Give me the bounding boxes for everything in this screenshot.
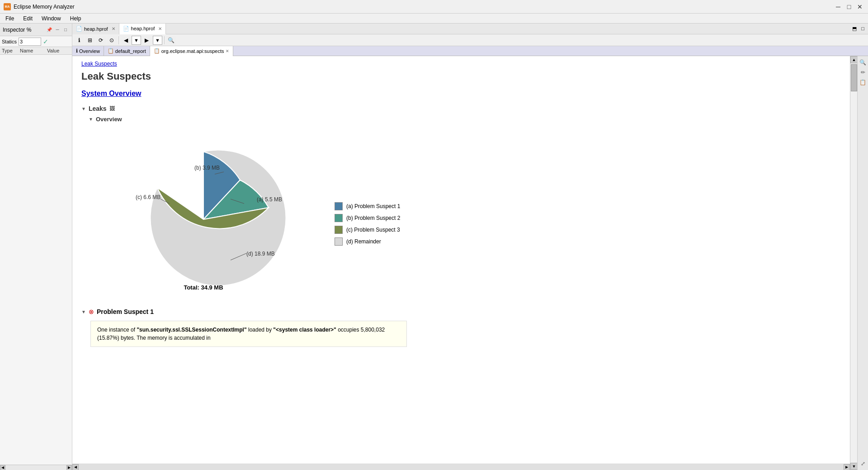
legend-color-b	[335, 214, 343, 222]
chart-label-d: (d) 18.9 MB	[246, 251, 275, 257]
right-icon-search[interactable]: 🔍	[859, 58, 868, 67]
leaks-arrow-icon: ▼	[81, 106, 86, 111]
menu-help[interactable]: Help	[66, 14, 85, 23]
chart-label-c: (c) 6.6 MB	[136, 194, 160, 200]
tab-heap1-close[interactable]: ✕	[112, 26, 115, 31]
toolbar-forward-dropdown[interactable]: ▼	[153, 36, 162, 45]
toolbar-grid-btn[interactable]: ⊞	[85, 35, 95, 45]
legend-item-c: (c) Problem Suspect 3	[335, 226, 400, 234]
inspector-maximize-icon[interactable]: □	[62, 26, 69, 33]
inspector-title: Inspector %	[3, 27, 31, 33]
menu-edit[interactable]: Edit	[19, 14, 36, 23]
content-tab-suspects[interactable]: 📋 org.eclipse.mat.api:suspects ✕	[150, 46, 233, 56]
chart-container: (a) 5.5 MB (d) 18.9 MB (b) 3.9 MB (c) 6.…	[81, 124, 841, 305]
legend-color-d	[335, 237, 343, 246]
breadcrumb[interactable]: Leak Suspects	[81, 61, 841, 67]
content-tab-suspects-label: org.eclipse.mat.api:suspects	[161, 48, 224, 54]
content-tab-suspects-close[interactable]: ✕	[226, 49, 229, 53]
scroll-down-btn[interactable]: ▼	[850, 463, 858, 470]
toolbar-circle-btn[interactable]: ⊙	[107, 35, 117, 45]
leaks-section-header[interactable]: ▼ Leaks 🖼	[81, 103, 841, 114]
scroll-right-btn[interactable]: ▶	[66, 465, 72, 470]
inspector-minimize-icon[interactable]: ─	[54, 26, 61, 33]
tab-heap1[interactable]: 📄 heap.hprof ✕	[72, 24, 119, 34]
statics-input[interactable]	[19, 38, 41, 46]
maximize-editor-icon[interactable]: □	[859, 25, 866, 33]
system-overview-link[interactable]: System Overview	[81, 90, 841, 98]
tab-heap1-label: heap.hprof	[84, 26, 108, 32]
dropdown-fwd-arrow-icon: ▼	[155, 38, 160, 43]
right-icon-edit[interactable]: ✏	[859, 68, 868, 77]
toolbar-back-btn[interactable]: ◀	[121, 35, 131, 45]
legend-label-d: (d) Remainder	[346, 238, 381, 245]
main-layout: Inspector % 📌 ─ □ Statics ✓ Type Name Va…	[0, 24, 868, 470]
scroll-track	[850, 63, 857, 463]
inspector-pin-icon[interactable]: 📌	[46, 26, 53, 33]
content-tab-default-report[interactable]: 📋 default_report	[104, 46, 150, 56]
content-inner: Leak Suspects Leak Suspects System Overv…	[72, 56, 850, 354]
legend-label-b: (b) Problem Suspect 2	[346, 215, 400, 221]
bottom-scroll-right-btn[interactable]: ▶	[844, 464, 850, 470]
problem1-desc-pre: One instance of	[97, 327, 137, 333]
toolbar-forward-btn[interactable]: ▶	[142, 35, 152, 45]
toolbar-sep2	[164, 36, 165, 44]
problem1-title: Problem Suspect 1	[97, 308, 154, 315]
right-icon-copy[interactable]: 📋	[859, 78, 868, 87]
title-bar: MA Eclipse Memory Analyzer ─ □ ✕	[0, 0, 868, 14]
content-tab-overview[interactable]: ℹ Overview	[72, 46, 104, 56]
toolbar: ℹ ⊞ ⟳ ⊙ ◀ ▼ ▶ ▼ 🔍	[72, 34, 868, 46]
overview-arrow-icon: ▼	[89, 117, 93, 122]
statics-label: Statics	[2, 39, 17, 44]
scroll-track-h	[5, 465, 66, 470]
inspector-scrollbar-h[interactable]: ◀ ▶	[0, 465, 72, 470]
leaks-label: Leaks	[89, 105, 107, 112]
bottom-scroll-left-btn[interactable]: ◀	[72, 464, 79, 470]
scroll-left-btn[interactable]: ◀	[0, 465, 5, 470]
problem1-arrow-icon: ▼	[81, 309, 86, 314]
tab-heap2-label: heap.hprof	[131, 26, 155, 31]
problem1-classname: "sun.security.ssl.SSLSessionContextImpl"	[137, 327, 246, 333]
toolbar-refresh-btn[interactable]: ⟳	[96, 35, 106, 45]
menu-window[interactable]: Window	[38, 14, 65, 23]
scroll-thumb[interactable]	[851, 64, 857, 91]
content-tab-overview-icon: ℹ	[76, 48, 78, 54]
close-button[interactable]: ✕	[855, 2, 864, 11]
col-type-header: Type	[2, 48, 20, 53]
menu-file[interactable]: File	[2, 14, 18, 23]
vert-scrollbar[interactable]: ▲ ▼	[850, 56, 857, 470]
maximize-button[interactable]: □	[844, 2, 854, 11]
toolbar-sep1	[118, 36, 119, 44]
title-bar-controls: ─ □ ✕	[834, 2, 864, 11]
inspector-panel: Inspector % 📌 ─ □ Statics ✓ Type Name Va…	[0, 24, 72, 470]
content-with-scrollbar: Leak Suspects Leak Suspects System Overv…	[72, 56, 868, 470]
content-area: Leak Suspects Leak Suspects System Overv…	[72, 56, 850, 464]
col-value-header: Value	[47, 48, 70, 53]
legend-item-d: (d) Remainder	[335, 237, 400, 246]
overview-subsection[interactable]: ▼ Overview	[81, 114, 841, 124]
toolbar-back-dropdown[interactable]: ▼	[132, 36, 141, 45]
toolbar-info-btn[interactable]: ℹ	[74, 35, 84, 45]
tab-heap2[interactable]: 📄 heap.hprof ✕	[119, 24, 166, 34]
minimize-button[interactable]: ─	[834, 2, 843, 11]
bottom-scrollbar[interactable]: ◀ ▶	[72, 464, 850, 470]
scroll-up-btn[interactable]: ▲	[850, 56, 858, 63]
problem-suspect-1-header[interactable]: ▼ ⊗ Problem Suspect 1	[81, 305, 841, 318]
pie-chart: (a) 5.5 MB (d) 18.9 MB (b) 3.9 MB (c) 6.…	[90, 129, 316, 292]
bottom-scroll-track	[79, 465, 844, 470]
legend-label-a: (a) Problem Suspect 1	[346, 203, 400, 209]
problem1-loader: "<system class loader>"	[273, 327, 336, 333]
toolbar-search-btn[interactable]: 🔍	[166, 35, 176, 45]
tab-heap2-close[interactable]: ✕	[158, 26, 162, 31]
statics-check-icon[interactable]: ✓	[43, 38, 48, 45]
leaks-save-icon[interactable]: 🖼	[109, 105, 115, 112]
right-icon-expand[interactable]: ⤢	[859, 459, 868, 468]
window-title: Eclipse Memory Analyzer	[14, 4, 75, 10]
content-tab-suspects-icon: 📋	[154, 48, 160, 54]
legend-item-b: (b) Problem Suspect 2	[335, 214, 400, 222]
tab-bar-top: 📄 heap.hprof ✕ 📄 heap.hprof ✕ ⬒ □	[72, 24, 868, 34]
heap2-icon: 📄	[123, 26, 129, 32]
legend-item-a: (a) Problem Suspect 1	[335, 202, 400, 210]
restore-editor-icon[interactable]: ⬒	[850, 25, 859, 33]
column-headers: Type Name Value	[0, 47, 72, 55]
overview-label: Overview	[96, 116, 122, 123]
